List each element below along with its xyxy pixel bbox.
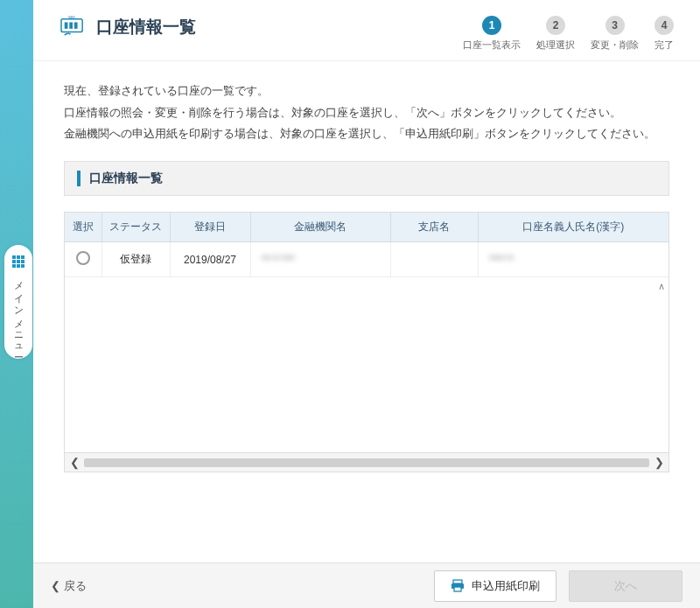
svg-text:BANK: BANK [68,16,75,19]
step-3-number: 3 [606,16,625,35]
scroll-right-icon[interactable]: ❯ [649,456,668,469]
side-main-menu[interactable]: メインメニュー [4,245,32,359]
step-2: 2 処理選択 [536,16,575,52]
footer-bar: ❮ 戻る 申込用紙印刷 次へ [33,563,700,608]
scroll-up-icon[interactable]: ∧ [658,281,665,292]
step-2-label: 処理選択 [536,38,575,52]
section-accent-mark [77,171,80,186]
row-status: 仮登録 [102,242,170,277]
col-header-holder: 口座名義人氏名(漢字) [478,213,668,242]
row-holder: ***** ** [478,242,668,277]
main-content: BANK 口座情報一覧 1 口座一覧表示 2 処理選択 3 変更・削除 4 [33,0,700,608]
next-button[interactable]: 次へ [569,570,682,602]
step-1-label: 口座一覧表示 [463,38,521,52]
row-select-cell[interactable] [65,242,102,277]
print-button-label: 申込用紙印刷 [472,578,540,594]
desc-line-2: 口座情報の照会・変更・削除を行う場合は、対象の口座を選択し、「次へ」ボタンをクリ… [64,102,669,124]
col-header-select: 選択 [65,213,102,242]
row-bank: *** ** **** [250,242,390,277]
page-header: BANK 口座情報一覧 1 口座一覧表示 2 処理選択 3 変更・削除 4 [33,0,700,61]
col-header-bank: 金融機関名 [250,213,390,242]
step-4-label: 完了 [654,38,674,52]
section-header: 口座情報一覧 [64,161,669,196]
grid-icon [12,255,24,268]
table-empty-area: ∧ [65,277,668,452]
print-form-button[interactable]: 申込用紙印刷 [434,570,556,602]
col-header-date: 登録日 [170,213,250,242]
scroll-track[interactable] [84,458,649,467]
header-left: BANK 口座情報一覧 [60,16,196,38]
step-3-label: 変更・削除 [591,38,639,52]
step-4-number: 4 [654,16,674,35]
side-menu-label: メインメニュー [12,275,25,353]
next-button-label: 次へ [614,578,637,594]
section-title: 口座情報一覧 [89,171,163,186]
back-button[interactable]: ❮ 戻る [51,578,87,594]
chevron-left-icon: ❮ [51,579,60,592]
col-header-branch: 支店名 [390,213,478,242]
account-table: 選択 ステータス 登録日 金融機関名 支店名 口座名義人氏名(漢字) 仮登録 2… [64,212,669,453]
description-text: 現在、登録されている口座の一覧です。 口座情報の照会・変更・削除を行う場合は、対… [33,61,700,161]
step-1: 1 口座一覧表示 [463,16,521,52]
step-2-number: 2 [546,16,565,35]
svg-rect-6 [453,580,462,584]
printer-icon [451,579,465,593]
horizontal-scrollbar[interactable]: ❮ ❯ [64,453,669,472]
progress-steps: 1 口座一覧表示 2 処理選択 3 変更・削除 4 完了 [463,16,674,52]
svg-rect-1 [65,22,68,28]
step-3: 3 変更・削除 [591,16,639,52]
desc-line-1: 現在、登録されている口座の一覧です。 [64,80,669,102]
bank-icon: BANK [60,16,86,38]
step-4: 4 完了 [654,16,674,52]
col-header-status: ステータス [102,213,170,242]
scroll-left-icon[interactable]: ❮ [65,456,84,469]
svg-rect-2 [69,22,73,28]
step-1-number: 1 [482,16,501,35]
back-label: 戻る [64,578,87,594]
svg-marker-5 [69,33,71,36]
svg-rect-3 [74,22,78,28]
desc-line-3: 金融機関への申込用紙を印刷する場合は、対象の口座を選択し、「申込用紙印刷」ボタン… [64,123,669,145]
table-header-row: 選択 ステータス 登録日 金融機関名 支店名 口座名義人氏名(漢字) [65,213,668,242]
radio-icon[interactable] [76,251,90,265]
row-date: 2019/08/27 [170,242,250,277]
row-branch [390,242,478,277]
page-title: 口座情報一覧 [96,16,196,38]
svg-rect-8 [454,587,461,591]
table-row[interactable]: 仮登録 2019/08/27 *** ** **** ***** ** [65,242,668,277]
